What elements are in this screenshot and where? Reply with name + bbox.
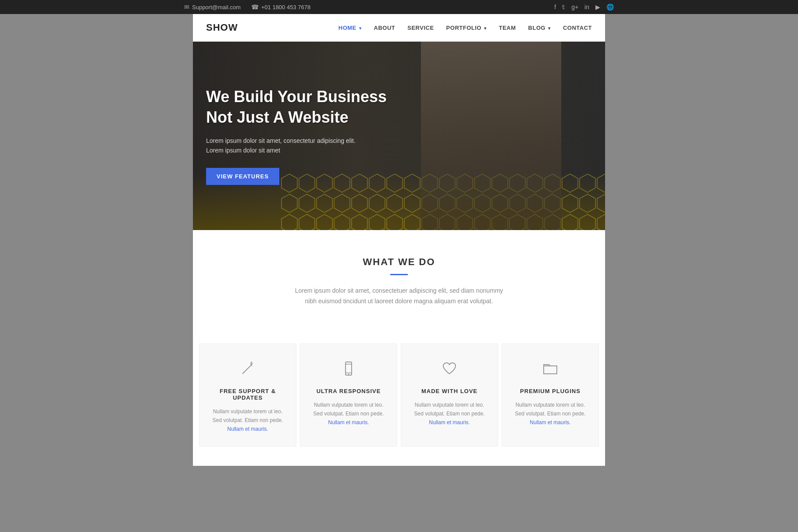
youtube-icon[interactable]: ▶ xyxy=(595,4,600,11)
nav-item-service[interactable]: SERVICE xyxy=(407,24,434,32)
nav-item-team[interactable]: TEAM xyxy=(499,24,516,32)
feature-card-free-support: FREE SUPPORT & UPDATES Nullam vulputate … xyxy=(199,344,296,447)
wand-icon xyxy=(208,360,287,380)
mobile-icon xyxy=(309,360,388,380)
section-divider xyxy=(390,274,408,275)
nav-link-team[interactable]: TEAM xyxy=(499,25,516,31)
feature-card-ultra-responsive: ULTRA RESPONSIVE Nullam vulputate lorem … xyxy=(300,344,397,447)
topbar-social: f 𝕥 g+ in ▶ 🌐 xyxy=(554,4,798,11)
feature-desc-ultra-responsive: Nullam vulputate lorem ut leo. Sed volut… xyxy=(309,401,388,427)
feature-desc-free-support: Nullam vulputate lorem ut leo. Sed volut… xyxy=(208,407,287,434)
section-title: WHAT WE DO xyxy=(206,256,592,268)
googleplus-icon[interactable]: g+ xyxy=(571,4,578,11)
view-features-button[interactable]: VIEW FEATURES xyxy=(206,168,279,185)
folder-icon xyxy=(511,360,590,380)
phone-number: +01 1800 453 7678 xyxy=(261,4,310,11)
nav-item-contact[interactable]: CONTACT xyxy=(563,24,592,32)
linkedin-icon[interactable]: in xyxy=(584,4,589,11)
hero-content: We Build Your Business Not Just A Websit… xyxy=(193,87,387,184)
feature-link-free-support[interactable]: Nullam et mauris. xyxy=(227,426,268,432)
nav-item-blog[interactable]: BLOG ▾ xyxy=(528,24,551,32)
feature-desc-premium-plugins: Nullam vulputate lorem ut leo. Sed volut… xyxy=(511,401,590,427)
globe-icon[interactable]: 🌐 xyxy=(606,4,614,11)
feature-desc-made-with-love: Nullam vulputate lorem ut leo. Sed volut… xyxy=(410,401,489,427)
hero-person-bg xyxy=(421,42,561,230)
feature-title-free-support: FREE SUPPORT & UPDATES xyxy=(208,388,287,401)
hero-subtitle: Lorem ipsum dolor sit amet, consectetur … xyxy=(206,136,387,156)
chevron-down-icon: ▾ xyxy=(483,26,487,31)
phone-icon: ☎ xyxy=(251,4,259,11)
nav-link-contact[interactable]: CONTACT xyxy=(563,25,592,31)
feature-link-made-with-love[interactable]: Nullam et mauris. xyxy=(429,419,470,426)
hero-section: We Build Your Business Not Just A Websit… xyxy=(193,42,605,230)
phone-contact: ☎ +01 1800 453 7678 xyxy=(251,4,310,11)
nav-link-blog[interactable]: BLOG ▾ xyxy=(528,25,551,31)
feature-card-made-with-love: MADE WITH LOVE Nullam vulputate lorem ut… xyxy=(401,344,498,447)
chevron-down-icon: ▾ xyxy=(547,26,551,31)
nav-link-home[interactable]: HOME ▾ xyxy=(338,25,362,31)
nav-item-home[interactable]: HOME ▾ xyxy=(338,24,362,32)
chevron-down-icon: ▾ xyxy=(358,26,362,31)
brand-logo: SHOW xyxy=(206,22,238,33)
navbar: SHOW HOME ▾ ABOUT SERVICE PORTFOLIO ▾ xyxy=(193,14,605,42)
svg-point-11 xyxy=(348,373,349,374)
main-container: SHOW HOME ▾ ABOUT SERVICE PORTFOLIO ▾ xyxy=(193,14,605,466)
nav-item-portfolio[interactable]: PORTFOLIO ▾ xyxy=(446,24,487,32)
facebook-icon[interactable]: f xyxy=(554,4,556,11)
topbar-contact: ✉ Support@mail.com ☎ +01 1800 453 7678 xyxy=(0,4,310,11)
feature-title-ultra-responsive: ULTRA RESPONSIVE xyxy=(309,388,388,394)
features-grid: FREE SUPPORT & UPDATES Nullam vulputate … xyxy=(193,342,605,466)
feature-link-premium-plugins[interactable]: Nullam et mauris. xyxy=(530,419,570,426)
svg-line-2 xyxy=(242,366,250,374)
nav-link-about[interactable]: ABOUT xyxy=(374,25,395,31)
nav-link-service[interactable]: SERVICE xyxy=(407,25,434,31)
email-icon: ✉ xyxy=(184,4,189,11)
feature-title-made-with-love: MADE WITH LOVE xyxy=(410,388,489,394)
section-description: Lorem ipsum dolor sit amet, consectetuer… xyxy=(289,286,509,307)
nav-link-portfolio[interactable]: PORTFOLIO ▾ xyxy=(446,25,487,31)
twitter-icon[interactable]: 𝕥 xyxy=(562,4,565,11)
email-address: Support@mail.com xyxy=(192,4,241,11)
nav-item-about[interactable]: ABOUT xyxy=(374,24,395,32)
feature-link-ultra-responsive[interactable]: Nullam et mauris. xyxy=(328,419,369,426)
feature-title-premium-plugins: PREMIUM PLUGINS xyxy=(511,388,590,394)
nav-menu: HOME ▾ ABOUT SERVICE PORTFOLIO ▾ xyxy=(338,24,592,32)
email-contact: ✉ Support@mail.com xyxy=(184,4,241,11)
feature-card-premium-plugins: PREMIUM PLUGINS Nullam vulputate lorem u… xyxy=(502,344,599,447)
hero-title: We Build Your Business Not Just A Websit… xyxy=(206,87,387,128)
topbar: ✉ Support@mail.com ☎ +01 1800 453 7678 f… xyxy=(0,0,798,14)
what-we-do-section: WHAT WE DO Lorem ipsum dolor sit amet, c… xyxy=(193,230,605,342)
heart-icon xyxy=(410,360,489,380)
